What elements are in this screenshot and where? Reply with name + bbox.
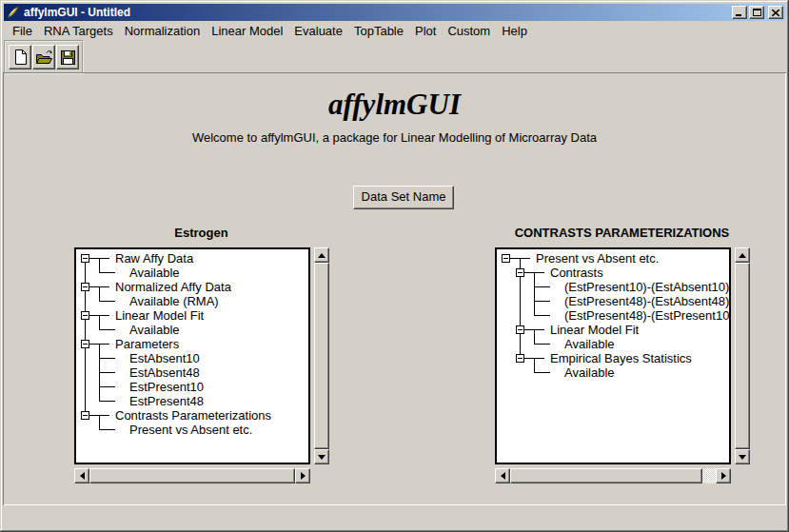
menu-item-plot[interactable]: Plot — [409, 23, 442, 39]
tree-expand-box[interactable] — [516, 354, 524, 363]
tree-node-label[interactable]: Raw Affy Data — [115, 251, 193, 266]
new-file-button[interactable] — [9, 45, 31, 69]
menu-item-linear-model[interactable]: Linear Model — [206, 23, 288, 39]
tree-node-label[interactable]: (EstPresent48)-(EstAbsent48) — [564, 294, 729, 308]
minimize-icon — [736, 10, 743, 16]
scrollbar-track[interactable] — [510, 468, 716, 483]
maximize-button[interactable] — [749, 6, 764, 19]
new-document-icon — [12, 49, 29, 66]
app-window: affylmGUI - Untitled FileRNA TargetsNorm… — [0, 0, 789, 532]
menu-item-normalization[interactable]: Normalization — [119, 23, 206, 39]
toolbar — [4, 40, 84, 74]
left-panel-header: Estrogen — [74, 226, 328, 240]
tree-node-label[interactable]: Contrasts — [550, 266, 603, 280]
tree-node-label[interactable]: (EstPresent10)-(EstAbsent10) — [564, 280, 729, 294]
scrollbar-thumb[interactable] — [314, 263, 329, 449]
left-tree-horizontal-scrollbar[interactable] — [74, 468, 310, 483]
app-title: affylmGUI — [3, 88, 786, 122]
tree-row: (EstPresent48)-(EstPresent10) — [497, 308, 729, 323]
maximize-icon — [753, 9, 761, 16]
tree-expand-box[interactable] — [516, 268, 524, 277]
tree-node-label[interactable]: EstPresent48 — [129, 394, 204, 408]
scrollbar-up-arrow[interactable] — [735, 247, 750, 263]
tree-node-label[interactable]: Linear Model Fit — [115, 308, 204, 323]
right-tree-horizontal-scrollbar[interactable] — [495, 468, 731, 483]
minimize-button[interactable] — [732, 6, 747, 19]
scrollbar-left-arrow[interactable] — [74, 468, 89, 483]
tree-node-label[interactable]: Available — [129, 266, 180, 280]
tree-row: Raw Affy Data — [76, 251, 308, 266]
tree-node-label[interactable]: Parameters — [115, 337, 179, 351]
tree-node-label[interactable]: Available — [564, 337, 615, 351]
tree-expand-box[interactable] — [81, 254, 89, 263]
scrollbar-right-arrow[interactable] — [716, 468, 731, 483]
close-button[interactable] — [768, 6, 783, 19]
data-set-name-button[interactable]: Data Set Name — [353, 186, 454, 209]
left-tree-vertical-scrollbar[interactable] — [314, 247, 329, 464]
titlebar[interactable]: affylmGUI - Untitled — [4, 4, 785, 21]
right-arrow-icon — [721, 472, 726, 480]
menu-item-help[interactable]: Help — [496, 23, 533, 39]
tree-node-label[interactable]: EstAbsent48 — [129, 365, 200, 380]
scrollbar-track[interactable] — [735, 263, 750, 449]
tree-expand-box[interactable] — [81, 311, 89, 320]
left-tree-widget: Raw Affy DataAvailableNormalized Affy Da… — [74, 247, 329, 483]
scrollbar-down-arrow[interactable] — [314, 449, 329, 464]
down-arrow-icon — [739, 455, 746, 460]
open-folder-icon — [35, 49, 53, 66]
tree-row: Available — [497, 365, 729, 380]
scrollbar-track[interactable] — [89, 468, 295, 483]
tree-expand-box[interactable] — [81, 283, 89, 291]
tree-row: Present vs Absent etc. — [497, 251, 729, 266]
right-arrow-icon — [301, 472, 306, 480]
welcome-text: Welcome to affylmGUI, a package for Line… — [3, 130, 786, 145]
scrollbar-thumb[interactable] — [510, 468, 702, 483]
tree-row: EstAbsent48 — [76, 365, 308, 380]
tk-feather-icon — [7, 6, 20, 19]
tree-row: Available — [76, 266, 308, 280]
tree-row: Linear Model Fit — [76, 308, 308, 323]
right-tree-canvas[interactable]: Present vs Absent etc.Contrasts(EstPrese… — [495, 247, 731, 464]
save-file-button[interactable] — [56, 45, 79, 69]
tree-node-label[interactable]: EstPresent10 — [129, 380, 204, 394]
down-arrow-icon — [318, 455, 325, 460]
tree-row: Present vs Absent etc. — [76, 423, 308, 437]
menu-item-toptable[interactable]: TopTable — [348, 23, 409, 39]
right-tree-widget: Present vs Absent etc.Contrasts(EstPrese… — [495, 247, 750, 483]
scrollbar-down-arrow[interactable] — [735, 449, 750, 464]
scrollbar-right-arrow[interactable] — [295, 468, 310, 483]
tree-node-label[interactable]: Present vs Absent etc. — [129, 423, 252, 437]
tree-row: Linear Model Fit — [497, 323, 729, 337]
tree-node-label[interactable]: EstAbsent10 — [129, 351, 200, 365]
tree-expand-box[interactable] — [81, 340, 89, 348]
tree-expand-box[interactable] — [81, 411, 89, 420]
scrollbar-up-arrow[interactable] — [314, 247, 329, 263]
tree-row: Contrasts Parameterizations — [76, 408, 308, 423]
scrollbar-track[interactable] — [314, 263, 329, 449]
tree-node-label[interactable]: Empirical Bayes Statistics — [550, 351, 692, 365]
close-icon — [772, 10, 779, 16]
menu-item-custom[interactable]: Custom — [442, 23, 496, 39]
scrollbar-left-arrow[interactable] — [495, 468, 510, 483]
tree-expand-box[interactable] — [516, 325, 524, 334]
tree-node-label[interactable]: Available — [564, 365, 615, 380]
left-tree-canvas[interactable]: Raw Affy DataAvailableNormalized Affy Da… — [74, 247, 310, 464]
scrollbar-thumb[interactable] — [735, 263, 750, 449]
tree-node-label[interactable]: Normalized Affy Data — [115, 280, 231, 294]
tree-node-label[interactable]: Contrasts Parameterizations — [115, 408, 271, 423]
tree-row: EstPresent10 — [76, 380, 308, 394]
scrollbar-thumb[interactable] — [89, 468, 295, 483]
save-floppy-icon — [60, 49, 76, 66]
tree-node-label[interactable]: Linear Model Fit — [550, 323, 639, 337]
tree-node-label[interactable]: Available — [129, 323, 180, 337]
tree-node-label[interactable]: Present vs Absent etc. — [536, 251, 659, 266]
menu-item-file[interactable]: File — [7, 23, 38, 39]
menu-item-rna-targets[interactable]: RNA Targets — [38, 23, 119, 39]
right-tree-vertical-scrollbar[interactable] — [735, 247, 750, 464]
tree-row: Available (RMA) — [76, 294, 308, 308]
tree-node-label[interactable]: Available (RMA) — [129, 294, 219, 308]
tree-node-label[interactable]: (EstPresent48)-(EstPresent10) — [564, 308, 731, 323]
menu-item-evaluate[interactable]: Evaluate — [288, 23, 348, 39]
open-file-button[interactable] — [32, 45, 55, 69]
tree-expand-box[interactable] — [502, 254, 510, 263]
